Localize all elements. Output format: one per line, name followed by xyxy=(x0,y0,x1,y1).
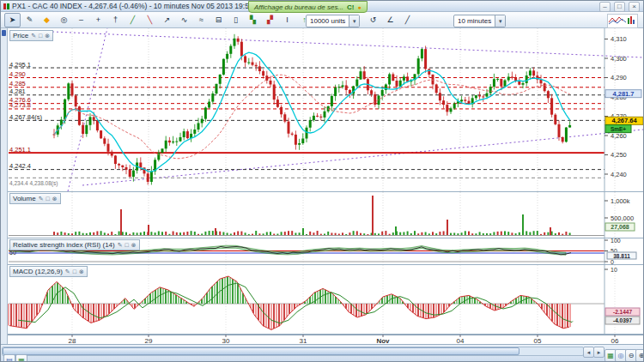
expand-icon[interactable]: □ xyxy=(39,33,42,39)
close-icon[interactable]: ⊗ xyxy=(45,33,50,39)
edit-icon[interactable]: ✎ xyxy=(65,268,70,275)
chart-list-button[interactable]: ▤ xyxy=(3,354,15,362)
zoom-in-button[interactable]: ⊕ xyxy=(635,349,644,362)
candle xyxy=(518,81,520,84)
chevron-down-icon[interactable]: ▾ xyxy=(349,15,359,27)
macd-chart-canvas[interactable]: 10-2.1447-4.0397 xyxy=(1,265,644,334)
text-tool-icon[interactable]: I xyxy=(279,13,295,27)
svg-text:4,251.1: 4,251.1 xyxy=(9,146,31,154)
undo-tool-icon[interactable]: ↺ xyxy=(365,13,381,27)
edit-icon[interactable]: ✎ xyxy=(31,33,36,39)
svg-text:29: 29 xyxy=(145,337,153,345)
svg-text:38.811: 38.811 xyxy=(613,253,630,259)
candle xyxy=(396,81,398,87)
trendline-up-tool-icon[interactable]: ╱ xyxy=(125,13,141,27)
segment-tool-icon[interactable]: – xyxy=(73,13,89,27)
app-logo xyxy=(607,14,638,28)
svg-text:4,281: 4,281 xyxy=(9,87,26,95)
expand-icon[interactable]: □ xyxy=(125,242,129,248)
svg-text:100: 100 xyxy=(611,238,621,244)
candle xyxy=(288,122,290,134)
macd-panel-header[interactable]: MACD (12,26,9) ✎ □ ⊗ xyxy=(9,266,88,277)
candle xyxy=(216,84,218,94)
zoom-tool-icon[interactable]: ◎ xyxy=(56,13,72,27)
alert-tool-icon[interactable]: ◆ xyxy=(39,13,55,27)
vertical-line-tool-icon[interactable]: † xyxy=(107,13,124,27)
candle xyxy=(234,39,236,46)
timeframe-dropdown[interactable]: 10 minutes ▾ xyxy=(453,15,506,27)
candle xyxy=(229,46,232,54)
candle xyxy=(222,59,225,75)
candle xyxy=(500,79,502,87)
zigzag-tool-icon[interactable]: ∿ xyxy=(176,13,192,27)
candle xyxy=(319,117,322,118)
panel-handle-icon[interactable] xyxy=(2,30,6,36)
edit-icon[interactable]: ✎ xyxy=(118,242,123,249)
angle-tool-icon[interactable]: ∠ xyxy=(382,13,398,27)
ray-tool-icon[interactable]: ╱ xyxy=(399,13,416,27)
candle xyxy=(324,112,326,118)
candle xyxy=(489,87,492,94)
rsi-panel-header[interactable]: Relative strength index (RSI) (14) ✎ □ ⊗ xyxy=(9,239,140,250)
price-panel-header[interactable]: Price ✎ □ ⊗ xyxy=(9,30,53,41)
chevron-down-icon[interactable]: ▾ xyxy=(495,15,505,27)
close-button[interactable]: × xyxy=(629,2,640,12)
horizontal-scrollbar[interactable] xyxy=(2,347,584,356)
macd-panel: 10-2.1447-4.0397 xyxy=(1,264,644,334)
candle xyxy=(450,108,453,112)
close-icon[interactable]: ⊗ xyxy=(131,242,137,249)
expand-icon[interactable]: □ xyxy=(46,196,50,202)
volume-panel-header[interactable]: Volume ✎ □ ⊗ xyxy=(9,193,61,204)
workspace-button[interactable]: ▦ xyxy=(15,354,27,362)
price-chart-canvas[interactable]: 4,295.14,2904,2854,2814,276.64,273.84,26… xyxy=(1,28,644,191)
restore-button[interactable]: □ xyxy=(614,2,625,12)
eraser-tool-icon[interactable]: ⊟ xyxy=(210,13,227,27)
scrollbar-thumb[interactable] xyxy=(3,347,519,355)
trendline-down-tool-icon[interactable]: ╲ xyxy=(142,13,158,27)
delete-tool-icon[interactable]: ▯ xyxy=(228,13,244,27)
timeframe-value: 10 minutes xyxy=(454,17,495,25)
extend-tool-icon[interactable]: ↗ xyxy=(159,13,175,27)
candle xyxy=(175,142,178,142)
app-icon xyxy=(3,3,9,9)
candle xyxy=(360,71,362,79)
candle xyxy=(547,91,550,98)
candle xyxy=(121,166,124,167)
candle xyxy=(345,85,348,90)
svg-text:30: 30 xyxy=(222,337,230,345)
candle xyxy=(370,90,373,94)
desktop-sharing-notification[interactable]: Affichage du bureau de ses... C! ● xyxy=(248,1,368,13)
candle xyxy=(78,106,81,125)
svg-text:4,290: 4,290 xyxy=(611,74,627,81)
volume-panel: 1,000k500,00027,068 xyxy=(1,191,644,238)
candle xyxy=(276,100,279,107)
candle xyxy=(165,141,167,148)
draw-pencil-tool-icon[interactable]: ✎ xyxy=(21,13,38,27)
crosshair-tool-icon[interactable]: + xyxy=(90,13,106,27)
candle xyxy=(337,87,340,87)
bear-pattern-tool-icon[interactable]: ▞ xyxy=(262,13,278,27)
select-tool-icon[interactable]: ➤ xyxy=(4,13,21,27)
minimize-button[interactable]: – xyxy=(599,2,611,12)
close-icon[interactable]: ⊗ xyxy=(79,268,84,275)
candle xyxy=(301,138,304,143)
candle xyxy=(439,93,441,100)
svg-text:4,234.4 4,238.08(s): 4,234.4 4,238.08(s) xyxy=(9,180,58,187)
svg-text:-2.1447: -2.1447 xyxy=(613,309,632,315)
price-panel: 4,295.14,2904,2854,2814,276.64,273.84,26… xyxy=(1,28,644,191)
edit-icon[interactable]: ✎ xyxy=(39,196,44,202)
volume-spike xyxy=(522,214,524,235)
volume-chart-canvas[interactable]: 1,000k500,00027,068 xyxy=(1,192,644,238)
svg-text:04: 04 xyxy=(457,337,465,345)
candle xyxy=(298,143,301,145)
bull-pattern-tool-icon[interactable]: ▚ xyxy=(245,13,261,27)
candle xyxy=(179,137,182,142)
candle xyxy=(211,94,214,101)
candle xyxy=(103,138,106,143)
expand-icon[interactable]: □ xyxy=(73,268,76,275)
close-icon[interactable]: ⊗ xyxy=(52,196,58,202)
candle xyxy=(432,75,434,84)
fibonacci-tool-icon[interactable]: ≈ xyxy=(193,13,210,27)
units-dropdown[interactable]: 10000 units ▾ xyxy=(306,15,360,27)
scroll-right-button[interactable]: ▸ xyxy=(593,347,605,358)
